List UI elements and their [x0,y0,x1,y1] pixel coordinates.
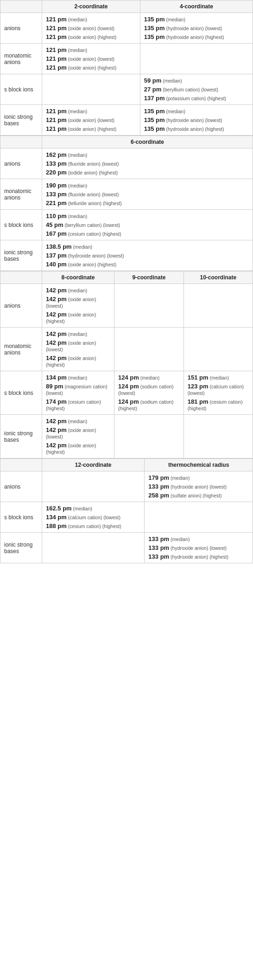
cell-entry: 221 pm (telluride anion) (highest) [46,200,249,206]
data-table-table4: 12-coordinatethermochemical radiusanions… [0,458,253,563]
data-cell-2 [183,328,253,371]
data-cell-0: 142 pm (median)142 pm (oxide anion) (low… [42,284,114,328]
data-cell-1: 179 pm (median)133 pm (hydroxide anion) … [145,471,253,502]
value-main: 142 pm [46,330,67,337]
value-main: 124 pm [118,383,139,390]
value-sub: (median) [67,152,87,158]
value-main: 110 pm [46,213,67,219]
value-sub: (median) [169,475,190,481]
value-main: 135 pm [144,33,165,40]
value-sub: (median) [67,375,87,380]
column-header-0 [0,271,42,284]
cell-entry: 133 pm (fluoride anion) (lowest) [46,191,249,198]
value-main: 121 pm [46,33,67,40]
value-sub: (median) [209,375,229,380]
data-cell-0 [42,533,145,563]
value-main: 162.5 pm [46,505,72,512]
data-cell-0: 142 pm (median)142 pm (oxide anion) (low… [42,415,114,458]
value-main: 142 pm [46,311,67,318]
value-main: 137 pm [144,95,165,102]
data-cell-1 [114,415,184,458]
cell-entry: 121 pm (oxide anion) (highest) [46,33,136,40]
value-main: 133 pm [148,553,169,560]
value-main: 121 pm [46,64,67,71]
row-label: monatomic anions [0,179,42,210]
value-main: 190 pm [46,182,67,189]
app-container: 2-coordinate4-coordinateanions121 pm (me… [0,0,253,563]
value-sub: (oxide anion) (highest) [67,65,116,71]
value-main: 124 pm [118,374,139,381]
cell-entry: 220 pm (iodide anion) (highest) [46,169,249,176]
value-main: 121 pm [46,16,67,23]
table-row: anions162 pm (median)133 pm (fluoride an… [0,148,253,179]
value-sub: (median) [72,506,92,511]
column-header-0 [0,136,42,148]
value-sub: (cesium cation) (highest) [67,231,121,237]
value-main: 27 pm [144,86,162,93]
value-sub: (hydroxide anion) (highest) [165,126,224,132]
cell-entry: 123 pm (calcium cation) (lowest) [188,383,249,396]
value-sub: (beryllium cation) (lowest) [161,87,218,92]
row-label: ionic strong bases [0,533,42,563]
value-main: 133 pm [148,535,169,542]
row-label: monatomic anions [0,44,42,74]
row-label: s block ions [0,210,42,240]
cell-entry: 142 pm (oxide anion) (lowest) [46,426,110,440]
value-sub: (oxide anion) (highest) [67,262,116,267]
value-main: 135 pm [144,116,165,123]
cell-entry: 135 pm (hydroxide anion) (lowest) [144,25,249,32]
value-sub: (median) [67,47,87,53]
row-label: ionic strong bases [0,105,42,135]
value-main: 121 pm [46,55,67,62]
value-sub: (hydroxide anion) (lowest) [169,484,227,490]
value-sub: (median) [67,288,87,293]
column-header-0 [0,0,42,13]
value-main: 133 pm [46,160,67,167]
data-cell-0: 162.5 pm (median)134 pm (calcium cation)… [42,502,145,533]
column-header-1: 2-coordinate [42,0,140,13]
value-main: 162 pm [46,151,67,158]
value-sub: (beryllium cation) (lowest) [63,222,120,228]
data-cell-0: 121 pm (median)121 pm (oxide anion) (low… [42,44,140,74]
data-cell-0: 134 pm (median)89 pm (magnesium cation) … [42,371,114,415]
cell-entry: 121 pm (median) [46,108,136,115]
column-header-1: 8-coordinate [42,271,114,284]
data-cell-1 [114,284,184,328]
data-cell-0: 121 pm (median)121 pm (oxide anion) (low… [42,105,140,135]
value-main: 135 pm [144,125,165,132]
value-main: 135 pm [144,16,165,23]
value-sub: (hydroxide anion) (lowest) [169,545,227,551]
data-cell-1: 135 pm (median)135 pm (hydroxide anion) … [140,105,253,135]
data-cell-2: 151 pm (median)123 pm (calcium cation) (… [183,371,253,415]
column-header-3: 10-coordinate [183,271,253,284]
cell-entry: 137 pm (potassium cation) (highest) [144,95,249,102]
row-label: s block ions [0,371,42,415]
data-cell-1: 124 pm (median)124 pm (sodium cation) (l… [114,371,184,415]
row-label: anions [0,148,42,179]
data-cell-0 [42,471,145,502]
row-label: s block ions [0,502,42,533]
value-main: 142 pm [46,418,67,425]
value-sub: (median) [67,17,87,22]
cell-entry: 174 pm (cesium cation) (highest) [46,398,110,412]
value-main: 258 pm [148,492,169,499]
cell-entry: 121 pm (median) [46,46,136,53]
table-row: s block ions110 pm (median)45 pm (beryll… [0,210,253,240]
value-sub: (fluoride anion) (lowest) [67,192,119,197]
value-main: 137 pm [46,252,67,259]
cell-entry: 142 pm (oxide anion) (highest) [46,311,110,324]
cell-entry: 124 pm (sodium cation) (lowest) [118,383,180,396]
value-main: 121 pm [46,116,67,123]
value-main: 134 pm [46,374,67,381]
data-cell-1 [145,502,253,533]
data-cell-1: 133 pm (median)133 pm (hydroxide anion) … [145,533,253,563]
row-label: anions [0,13,42,44]
value-sub: (oxide anion) (lowest) [67,56,114,62]
value-sub: (median) [67,213,87,219]
cell-entry: 121 pm (oxide anion) (highest) [46,64,136,71]
cell-entry: 133 pm (hydroxide anion) (lowest) [148,483,249,490]
value-main: 133 pm [46,191,67,198]
cell-entry: 135 pm (hydroxide anion) (highest) [144,125,249,132]
cell-entry: 121 pm (oxide anion) (lowest) [46,55,136,62]
data-table-table3: 8-coordinate9-coordinate10-coordinateani… [0,271,253,458]
